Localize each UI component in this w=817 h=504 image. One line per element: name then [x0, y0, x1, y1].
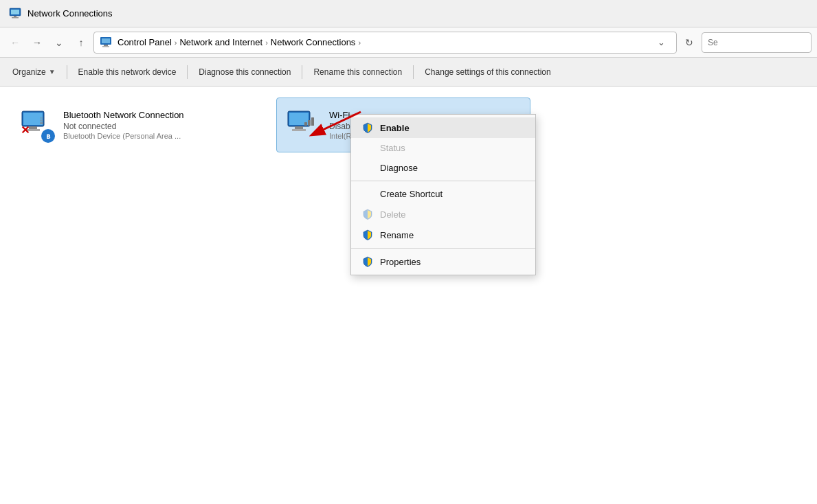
svg-rect-3 — [12, 17, 19, 19]
context-menu: Enable Status Diagnose Create Shortcut D… — [350, 114, 536, 275]
bluetooth-name: Bluetooth Network Connection — [63, 110, 257, 120]
svg-rect-14 — [40, 117, 43, 119]
control-panel-icon — [100, 36, 112, 49]
organize-dropdown-arrow: ▼ — [49, 68, 56, 76]
context-menu-diagnose[interactable]: Diagnose — [351, 158, 535, 178]
breadcrumb: Control Panel › Network and Internet › N… — [116, 37, 362, 47]
svg-rect-2 — [14, 16, 16, 17]
svg-rect-12 — [40, 122, 43, 124]
context-menu-separator-1 — [351, 181, 535, 181]
toolbar-separator-3 — [302, 65, 302, 79]
context-menu-properties-label: Properties — [380, 257, 421, 267]
context-menu-status[interactable]: Status — [351, 138, 535, 158]
up-button[interactable]: ↑ — [71, 33, 91, 52]
address-box: Control Panel › Network and Internet › N… — [93, 32, 677, 54]
search-input[interactable] — [702, 32, 812, 53]
context-menu-enable-label: Enable — [380, 123, 410, 133]
bluetooth-badge: ʙ — [41, 129, 55, 143]
title-bar-title: Network Connections — [27, 8, 113, 19]
back-button[interactable]: ← — [5, 33, 25, 52]
context-menu-separator-2 — [351, 248, 535, 249]
delete-shield-icon — [362, 209, 373, 220]
context-menu-rename-label: Rename — [380, 230, 414, 240]
svg-rect-6 — [104, 45, 108, 46]
svg-rect-5 — [102, 38, 110, 43]
context-menu-create-shortcut[interactable]: Create Shortcut — [351, 184, 535, 204]
forward-button[interactable]: → — [27, 33, 47, 52]
svg-rect-7 — [102, 46, 109, 47]
svg-rect-13 — [40, 119, 43, 122]
breadcrumb-network-connections[interactable]: Network Connections — [269, 37, 357, 47]
context-menu-status-label: Status — [380, 143, 405, 153]
bluetooth-network-item[interactable]: ✕ ʙ Bluetooth Network Connection Not con… — [11, 98, 265, 152]
svg-rect-1 — [11, 10, 19, 14]
change-settings-button[interactable]: Change settings of this connection — [418, 62, 557, 82]
red-x-icon: ✕ — [21, 124, 34, 137]
toolbar-separator-1 — [67, 65, 67, 79]
diagnose-button[interactable]: Diagnose this connection — [192, 62, 298, 82]
bluetooth-device: Bluetooth Device (Personal Area ... — [63, 132, 257, 140]
rename-shield-icon — [362, 229, 373, 240]
content-area: ✕ ʙ Bluetooth Network Connection Not con… — [0, 87, 817, 504]
breadcrumb-network-internet[interactable]: Network and Internet — [178, 37, 264, 47]
rename-button[interactable]: Rename this connection — [306, 62, 409, 82]
properties-shield-icon — [362, 256, 373, 267]
refresh-button[interactable]: ↻ — [680, 33, 699, 52]
address-dropdown-button[interactable]: ⌄ — [651, 33, 671, 52]
breadcrumb-control-panel[interactable]: Control Panel — [116, 37, 173, 47]
bluetooth-status: Not connected — [63, 122, 257, 131]
context-menu-properties[interactable]: Properties — [351, 251, 535, 272]
toolbar-separator-2 — [187, 65, 188, 79]
context-menu-diagnose-label: Diagnose — [380, 163, 418, 173]
toolbar-separator-4 — [413, 65, 414, 79]
context-menu-enable[interactable]: Enable — [351, 117, 535, 138]
organize-button[interactable]: Organize ▼ — [5, 62, 63, 82]
context-menu-delete[interactable]: Delete — [351, 204, 535, 225]
recent-pages-button[interactable]: ⌄ — [49, 33, 69, 52]
bluetooth-details: Bluetooth Network Connection Not connect… — [63, 110, 257, 140]
toolbar: Organize ▼ Enable this network device Di… — [0, 58, 817, 87]
context-menu-rename[interactable]: Rename — [351, 225, 535, 245]
red-arrow-indicator — [299, 108, 368, 143]
title-bar-icon — [8, 7, 22, 21]
address-bar: ← → ⌄ ↑ Control Panel › Network and Inte… — [0, 27, 817, 58]
enable-device-button[interactable]: Enable this network device — [71, 62, 183, 82]
title-bar: Network Connections — [0, 0, 817, 27]
bluetooth-icon-wrapper: ✕ ʙ — [19, 107, 55, 143]
context-menu-create-shortcut-label: Create Shortcut — [380, 189, 443, 199]
context-menu-delete-label: Delete — [380, 209, 406, 220]
